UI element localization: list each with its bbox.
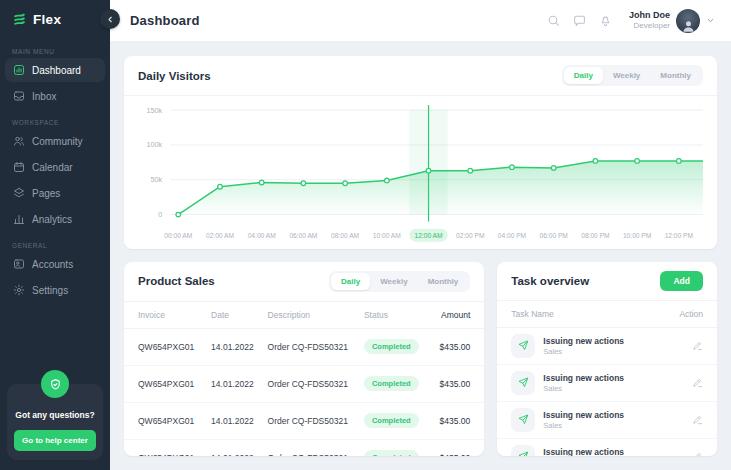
sidebar-item-community[interactable]: Community xyxy=(5,129,105,153)
sidebar-item-pages[interactable]: Pages xyxy=(5,181,105,205)
send-icon xyxy=(511,334,535,358)
date-cell: 14.01.2022 xyxy=(211,342,267,352)
accounts-icon xyxy=(13,258,25,270)
date-cell: 14.01.2022 xyxy=(211,416,267,426)
svg-text:04:00 PM: 04:00 PM xyxy=(498,232,526,239)
svg-text:04:00 AM: 04:00 AM xyxy=(248,232,276,239)
description-cell: Order CQ-FDS50321 xyxy=(268,342,364,352)
list-item[interactable]: Issuing new actionsSales xyxy=(497,402,717,439)
product-sales-card: Product Sales DailyWeeklyMonthly Invoice… xyxy=(124,262,484,456)
sales-range-tabs: DailyWeeklyMonthly xyxy=(329,271,470,292)
sidebar-item-label: Analytics xyxy=(32,214,72,225)
status-badge: Completed xyxy=(364,413,419,428)
sidebar-item-dashboard[interactable]: Dashboard xyxy=(5,58,105,82)
table-row[interactable]: QW654PXG0114.01.2022Order CQ-FDS50321Com… xyxy=(124,440,484,456)
tab-monthly[interactable]: Monthly xyxy=(418,273,469,290)
person-icon xyxy=(681,18,696,33)
search-icon[interactable] xyxy=(547,14,560,27)
help-card: Got any questions? Go to help center xyxy=(7,384,103,460)
task-title: Issuing new actions xyxy=(543,336,624,347)
column-amount: Amount xyxy=(424,310,471,320)
svg-text:06:00 AM: 06:00 AM xyxy=(289,232,317,239)
visitors-chart[interactable]: 050k100k150k00:00 AM02:00 AM04:00 AM06:0… xyxy=(124,96,717,249)
message-icon[interactable] xyxy=(573,14,586,27)
task-title: Issuing new actions xyxy=(543,410,624,421)
tab-daily[interactable]: Daily xyxy=(564,67,603,84)
sidebar-item-label: Accounts xyxy=(32,259,73,270)
analytics-icon xyxy=(13,213,25,225)
task-overview-card: Task overview Add Task Name Action Issui… xyxy=(497,262,717,456)
daily-visitors-header: Daily Visitors DailyWeeklyMonthly xyxy=(124,56,717,96)
app-window: Flex Main MenuDashboardInboxWorkspaceCom… xyxy=(0,0,731,470)
shield-icon xyxy=(41,370,69,398)
nav-section-label: Main Menu xyxy=(12,48,98,55)
column-invoice: Invoice xyxy=(138,310,211,320)
status-badge: Completed xyxy=(364,376,419,391)
table-row[interactable]: QW654PXG0114.01.2022Order CQ-FDS50321Com… xyxy=(124,366,484,403)
column-date: Date xyxy=(211,310,267,320)
svg-text:00:00 AM: 00:00 AM xyxy=(164,232,192,239)
invoice-cell: QW654PXG01 xyxy=(138,379,211,389)
pencil-edit-icon[interactable] xyxy=(692,414,703,425)
page-title: Dashboard xyxy=(130,13,200,28)
sidebar-item-label: Calendar xyxy=(32,162,73,173)
nav-section-label: Workspace xyxy=(12,119,98,126)
sidebar-item-settings[interactable]: Settings xyxy=(5,278,105,302)
send-icon xyxy=(511,371,535,395)
task-list: Issuing new actionsSalesIssuing new acti… xyxy=(497,328,717,456)
task-title: Issuing new actions xyxy=(543,373,624,384)
list-item[interactable]: Issuing new actionsSales xyxy=(497,365,717,402)
table-row[interactable]: QW654PXG0114.01.2022Order CQ-FDS50321Com… xyxy=(124,403,484,440)
invoice-cell: QW654PXG01 xyxy=(138,342,211,352)
avatar xyxy=(676,9,700,33)
task-list-header: Task Name Action xyxy=(497,301,717,328)
help-center-button[interactable]: Go to help center xyxy=(14,430,96,451)
svg-text:10:00 AM: 10:00 AM xyxy=(373,232,401,239)
list-item[interactable]: Issuing new actionsSales xyxy=(497,328,717,365)
description-cell: Order CQ-FDS50321 xyxy=(268,453,364,456)
amount-cell: $435.00 xyxy=(424,342,471,352)
sidebar-item-label: Pages xyxy=(32,188,60,199)
user-name: John Doe xyxy=(629,10,670,21)
content: Daily Visitors DailyWeeklyMonthly 050k10… xyxy=(110,42,731,470)
description-cell: Order CQ-FDS50321 xyxy=(268,379,364,389)
table-row[interactable]: QW654PXG0114.01.2022Order CQ-FDS50321Com… xyxy=(124,329,484,366)
bell-icon[interactable] xyxy=(599,14,612,27)
chevron-left-icon xyxy=(106,15,115,24)
user-info: John Doe Developer xyxy=(629,10,670,31)
tab-monthly[interactable]: Monthly xyxy=(650,67,701,84)
task-subtitle: Sales xyxy=(543,384,624,393)
tab-daily[interactable]: Daily xyxy=(331,273,370,290)
sidebar-item-analytics[interactable]: Analytics xyxy=(5,207,105,231)
sidebar-item-accounts[interactable]: Accounts xyxy=(5,252,105,276)
invoice-cell: QW654PXG01 xyxy=(138,453,211,456)
svg-text:02:00 AM: 02:00 AM xyxy=(206,232,234,239)
task-title: Issuing new actions xyxy=(543,447,624,456)
pencil-edit-icon[interactable] xyxy=(692,377,703,388)
svg-text:08:00 AM: 08:00 AM xyxy=(331,232,359,239)
sidebar-collapse-button[interactable] xyxy=(100,9,120,29)
user-menu[interactable]: John Doe Developer xyxy=(629,9,715,33)
pencil-edit-icon[interactable] xyxy=(692,451,703,456)
svg-text:12:00 PM: 12:00 PM xyxy=(665,232,693,239)
tab-weekly[interactable]: Weekly xyxy=(603,67,650,84)
tab-weekly[interactable]: Weekly xyxy=(370,273,417,290)
task-overview-header: Task overview Add xyxy=(497,262,717,301)
add-task-button[interactable]: Add xyxy=(660,271,703,291)
column-action: Action xyxy=(679,309,703,319)
pencil-edit-icon[interactable] xyxy=(692,340,703,351)
sidebar-item-inbox[interactable]: Inbox xyxy=(5,84,105,108)
send-icon xyxy=(511,408,535,432)
description-cell: Order CQ-FDS50321 xyxy=(268,416,364,426)
amount-cell: $435.00 xyxy=(424,379,471,389)
list-item[interactable]: Issuing new actionsSales xyxy=(497,439,717,456)
card-title: Daily Visitors xyxy=(138,70,211,82)
dashboard-icon xyxy=(13,64,25,76)
flex-logo-icon xyxy=(12,12,27,27)
brand: Flex xyxy=(0,0,110,37)
sidebar: Flex Main MenuDashboardInboxWorkspaceCom… xyxy=(0,0,110,470)
sidebar-item-label: Settings xyxy=(32,285,68,296)
amount-cell: $435.00 xyxy=(424,416,471,426)
sidebar-item-calendar[interactable]: Calendar xyxy=(5,155,105,179)
card-title: Product Sales xyxy=(138,275,215,287)
